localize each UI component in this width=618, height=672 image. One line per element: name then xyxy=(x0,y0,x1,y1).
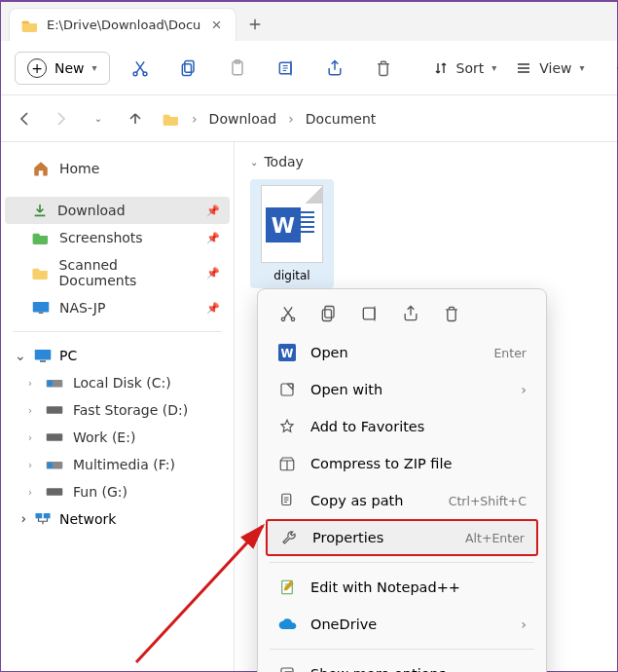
sidebar-home-label: Home xyxy=(59,161,99,176)
plus-icon: + xyxy=(27,58,47,78)
sidebar-drive-c[interactable]: ›Local Disk (C:) xyxy=(20,369,230,396)
drive-icon xyxy=(46,376,63,390)
ctx-properties[interactable]: Properties Alt+Enter xyxy=(266,519,538,556)
file-item[interactable]: W digital xyxy=(250,179,334,288)
delete-icon[interactable] xyxy=(373,57,394,79)
chevron-right-icon: › xyxy=(521,382,527,397)
close-tab-button[interactable] xyxy=(208,18,224,33)
svg-rect-2 xyxy=(184,60,193,72)
ctx-notepad[interactable]: Edit with Notepad++ xyxy=(262,569,542,606)
toolbar-clipboard-group xyxy=(129,57,394,79)
cloud-icon xyxy=(277,615,297,634)
folder-icon xyxy=(32,266,50,280)
sidebar-drive-d[interactable]: ›Fast Storage (D:) xyxy=(20,396,230,424)
svg-point-20 xyxy=(281,317,284,320)
sidebar-pc-header[interactable]: ⌄ PC xyxy=(5,342,230,369)
chevron-down-icon: ▾ xyxy=(491,62,496,73)
breadcrumb[interactable]: › Download › Document xyxy=(163,111,376,127)
word-file-icon: W xyxy=(261,185,323,263)
breadcrumb-part[interactable]: Download xyxy=(209,111,277,127)
sidebar-item-screenshots[interactable]: Screenshots 📌 xyxy=(5,224,230,251)
context-menu: W Open Enter Open with › Add to Favorite… xyxy=(257,288,547,672)
svg-rect-22 xyxy=(325,307,334,318)
sidebar-divider xyxy=(13,331,222,332)
sidebar-pc-label: PC xyxy=(59,348,77,363)
ctx-divider xyxy=(270,649,534,650)
openwith-icon xyxy=(277,380,297,399)
home-icon xyxy=(32,160,50,177)
ctx-more-options[interactable]: Show more options xyxy=(262,655,542,672)
sidebar-drive-f[interactable]: ›Multimedia (F:) xyxy=(20,451,230,478)
monitor-icon xyxy=(32,301,50,315)
more-icon xyxy=(277,664,297,672)
pin-icon: 📌 xyxy=(206,267,220,280)
folder-icon xyxy=(32,231,50,244)
sidebar-network-header[interactable]: ⌄ Network xyxy=(5,505,230,533)
nav-row: ⌄ › Download › Document xyxy=(1,95,617,142)
copypath-icon xyxy=(277,491,297,510)
ctx-zip[interactable]: Compress to ZIP file xyxy=(262,445,542,482)
breadcrumb-part[interactable]: Document xyxy=(306,111,377,127)
pin-icon: 📌 xyxy=(206,232,220,244)
tab-current[interactable]: E:\Drive\Download\Docu xyxy=(9,8,236,41)
back-button[interactable] xyxy=(15,109,34,129)
share-icon[interactable] xyxy=(324,57,345,79)
copy-icon[interactable] xyxy=(178,57,200,79)
svg-rect-10 xyxy=(40,360,46,362)
ctx-favorites[interactable]: Add to Favorites xyxy=(262,408,542,445)
svg-rect-16 xyxy=(48,463,53,468)
new-button[interactable]: + New ▾ xyxy=(15,52,110,85)
svg-rect-12 xyxy=(48,381,53,387)
sidebar-item-label: Fun (G:) xyxy=(73,484,127,500)
rename-icon[interactable] xyxy=(359,303,381,324)
ctx-shortcut: Ctrl+Shift+C xyxy=(449,494,527,508)
copy-icon[interactable] xyxy=(318,303,340,324)
zip-icon xyxy=(277,454,297,473)
sidebar: Home Download 📌 Screenshots 📌 Scanned Do… xyxy=(1,142,235,671)
forward-button[interactable] xyxy=(52,109,71,129)
chevron-down-icon: ▾ xyxy=(92,62,97,73)
sidebar-home[interactable]: Home xyxy=(5,154,230,183)
breadcrumb-sep: › xyxy=(192,111,198,127)
svg-rect-7 xyxy=(33,302,50,313)
svg-point-1 xyxy=(143,71,147,75)
sort-button[interactable]: Sort ▾ xyxy=(433,60,497,76)
ctx-label: Copy as path xyxy=(310,493,403,508)
sidebar-item-label: Multimedia (F:) xyxy=(73,457,175,472)
sidebar-drive-e[interactable]: ›Work (E:) xyxy=(20,424,230,451)
paste-icon[interactable] xyxy=(227,57,248,79)
view-label: View xyxy=(539,60,571,76)
ctx-label: Open xyxy=(310,345,348,360)
sidebar-item-label: Local Disk (C:) xyxy=(73,375,171,391)
cut-icon[interactable] xyxy=(277,303,299,324)
chevron-down-icon: ▾ xyxy=(580,62,585,73)
sidebar-drive-g[interactable]: ›Fun (G:) xyxy=(20,478,230,505)
sidebar-item-label: Work (E:) xyxy=(73,429,135,445)
ctx-onedrive[interactable]: OneDrive › xyxy=(262,606,542,643)
new-tab-button[interactable] xyxy=(238,8,272,41)
chevron-right-icon: › xyxy=(28,460,32,470)
recent-button[interactable]: ⌄ xyxy=(89,109,108,129)
ctx-open[interactable]: W Open Enter xyxy=(262,334,542,371)
notepad-icon xyxy=(277,578,297,597)
share-icon[interactable] xyxy=(400,303,421,324)
network-icon xyxy=(34,511,52,527)
view-button[interactable]: View ▾ xyxy=(516,60,584,76)
sidebar-item-scanned[interactable]: Scanned Documents 📌 xyxy=(5,251,230,294)
up-button[interactable] xyxy=(126,109,145,129)
svg-rect-18 xyxy=(36,513,43,518)
ctx-open-with[interactable]: Open with › xyxy=(262,371,542,408)
drive-icon xyxy=(46,431,63,443)
group-header[interactable]: ⌄ Today xyxy=(250,154,601,169)
toolbar: + New ▾ Sort ▾ View ▾ ··· xyxy=(1,41,617,95)
ctx-copy-path[interactable]: Copy as path Ctrl+Shift+C xyxy=(262,482,542,519)
sidebar-item-nas[interactable]: NAS-JP 📌 xyxy=(5,294,230,321)
delete-icon[interactable] xyxy=(441,303,462,324)
sidebar-item-download[interactable]: Download 📌 xyxy=(5,197,230,224)
rename-icon[interactable] xyxy=(275,57,297,79)
pc-icon xyxy=(34,349,52,362)
drive-icon xyxy=(46,404,63,416)
sidebar-drives: ›Local Disk (C:) ›Fast Storage (D:) ›Wor… xyxy=(5,369,230,505)
cut-icon[interactable] xyxy=(129,57,151,79)
word-icon: W xyxy=(277,343,297,362)
